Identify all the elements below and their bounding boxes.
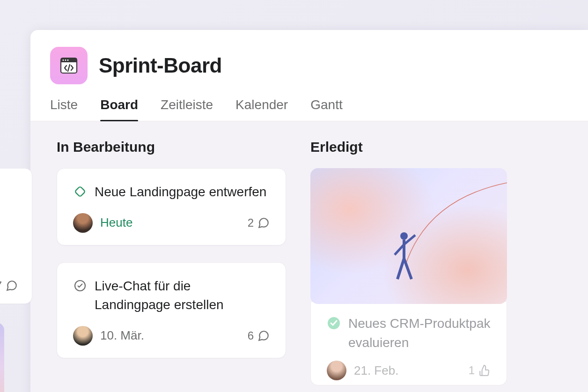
card-cover-image[interactable] <box>0 323 4 392</box>
page-title: Sprint-Board <box>99 54 222 77</box>
status-done-icon <box>327 316 341 330</box>
column-title: Erledigt <box>310 139 507 155</box>
task-card[interactable]: Live-Chat für die Landingpage erstellen … <box>57 262 286 358</box>
column-title: In Bearbeitung <box>57 139 286 155</box>
avatar[interactable] <box>73 213 93 233</box>
task-card[interactable]: nführen 1 7 <box>0 168 32 304</box>
svg-point-2 <box>63 59 64 61</box>
tab-liste[interactable]: Liste <box>50 97 78 121</box>
project-icon <box>50 47 88 84</box>
svg-point-4 <box>67 59 69 61</box>
column-previous: nführen 1 7 <box>0 139 32 392</box>
task-card[interactable]: Neues CRM-Produktpak evaluieren 21. Feb.… <box>310 168 507 385</box>
view-tabs: Liste Board Zeitleiste Kalender Gantt <box>30 84 588 121</box>
header: Sprint-Board <box>30 30 588 84</box>
tab-zeitleiste[interactable]: Zeitleiste <box>161 97 213 121</box>
status-diamond-icon <box>73 185 87 199</box>
due-date: 10. Mär. <box>100 328 144 343</box>
card-title: Neue Landingpage entwerfen <box>95 183 266 202</box>
avatar[interactable] <box>73 326 93 346</box>
thumbs-up-icon <box>478 364 491 377</box>
svg-point-7 <box>400 232 408 240</box>
svg-point-3 <box>65 59 66 61</box>
card-title: Live-Chat für die Landingpage erstellen <box>95 277 270 315</box>
column-in-progress: In Bearbeitung Neue Landingpage entwerfe… <box>57 139 286 392</box>
main-panel: Sprint-Board Liste Board Zeitleiste Kale… <box>30 30 588 392</box>
tab-kalender[interactable]: Kalender <box>235 97 288 121</box>
card-cover-image <box>310 168 507 304</box>
comments-count[interactable]: 7 <box>0 279 18 292</box>
comment-icon <box>257 330 270 342</box>
task-card[interactable]: Neue Landingpage entwerfen Heute 2 <box>57 168 286 245</box>
likes-count[interactable]: 1 <box>469 364 491 377</box>
due-date: 21. Feb. <box>354 363 398 378</box>
tab-gantt[interactable]: Gantt <box>310 97 342 121</box>
comment-icon <box>257 217 270 229</box>
avatar[interactable] <box>327 361 346 380</box>
board-body: nführen 1 7 <box>30 121 588 392</box>
svg-rect-5 <box>75 186 86 197</box>
tab-board[interactable]: Board <box>100 97 138 121</box>
card-title: Neues CRM-Produktpak <box>348 314 490 333</box>
comments-count[interactable]: 2 <box>248 216 270 229</box>
status-circle-icon <box>73 279 87 293</box>
card-title-line2: evaluieren <box>348 333 490 353</box>
illustration-figure <box>393 230 421 282</box>
comment-icon <box>6 280 18 292</box>
due-date: Heute <box>100 215 132 230</box>
comments-count[interactable]: 6 <box>248 329 270 342</box>
column-done: Erledigt <box>310 139 507 392</box>
